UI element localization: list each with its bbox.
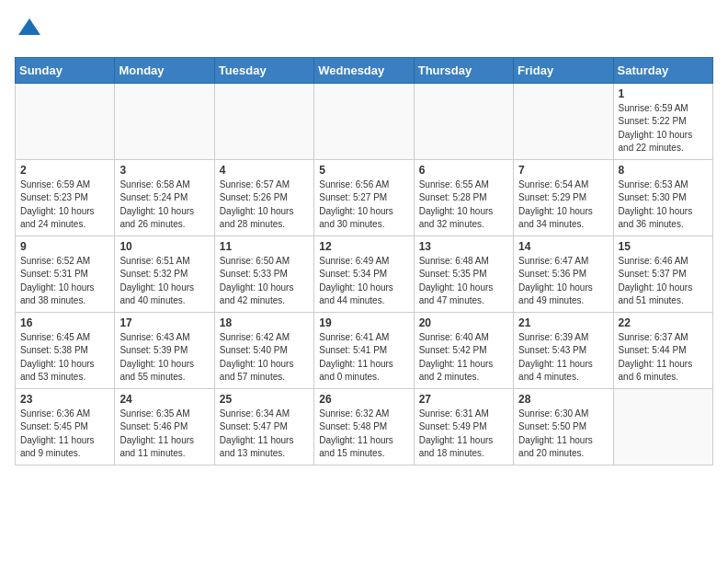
day-info: Sunrise: 6:36 AM Sunset: 5:45 PM Dayligh… xyxy=(20,408,109,461)
logo-triangle-icon xyxy=(17,15,42,40)
svg-marker-0 xyxy=(18,18,40,35)
col-header-saturday: Saturday xyxy=(613,57,712,83)
day-info: Sunrise: 6:48 AM Sunset: 5:35 PM Dayligh… xyxy=(419,255,508,308)
day-number: 3 xyxy=(119,164,209,177)
calendar-cell: 24Sunrise: 6:35 AM Sunset: 5:46 PM Dayli… xyxy=(115,388,214,465)
day-number: 9 xyxy=(20,240,109,253)
day-info: Sunrise: 6:49 AM Sunset: 5:34 PM Dayligh… xyxy=(319,255,408,308)
day-info: Sunrise: 6:41 AM Sunset: 5:41 PM Dayligh… xyxy=(319,331,408,385)
calendar-cell: 4Sunrise: 6:57 AM Sunset: 5:26 PM Daylig… xyxy=(214,159,313,236)
day-number: 25 xyxy=(220,393,309,406)
day-info: Sunrise: 6:30 AM Sunset: 5:50 PM Dayligh… xyxy=(518,408,608,461)
day-info: Sunrise: 6:35 AM Sunset: 5:46 PM Dayligh… xyxy=(119,408,209,461)
calendar-table: SundayMondayTuesdayWednesdayThursdayFrid… xyxy=(15,57,713,465)
day-info: Sunrise: 6:40 AM Sunset: 5:42 PM Dayligh… xyxy=(419,331,508,385)
calendar-cell: 7Sunrise: 6:54 AM Sunset: 5:29 PM Daylig… xyxy=(514,159,613,236)
calendar-week-row: 23Sunrise: 6:36 AM Sunset: 5:45 PM Dayli… xyxy=(16,388,713,465)
calendar-header-row: SundayMondayTuesdayWednesdayThursdayFrid… xyxy=(16,57,713,83)
day-number: 10 xyxy=(119,240,209,253)
day-number: 7 xyxy=(518,164,608,177)
day-number: 21 xyxy=(518,316,608,329)
day-info: Sunrise: 6:53 AM Sunset: 5:30 PM Dayligh… xyxy=(619,178,708,232)
day-number: 4 xyxy=(220,164,309,177)
col-header-friday: Friday xyxy=(514,57,613,83)
calendar-week-row: 16Sunrise: 6:45 AM Sunset: 5:38 PM Dayli… xyxy=(16,312,713,388)
calendar-week-row: 9Sunrise: 6:52 AM Sunset: 5:31 PM Daylig… xyxy=(16,236,713,312)
day-info: Sunrise: 6:34 AM Sunset: 5:47 PM Dayligh… xyxy=(220,408,309,461)
calendar-cell xyxy=(613,388,712,465)
day-number: 26 xyxy=(319,393,408,406)
day-info: Sunrise: 6:59 AM Sunset: 5:23 PM Dayligh… xyxy=(20,178,109,232)
day-number: 11 xyxy=(220,240,309,253)
day-info: Sunrise: 6:32 AM Sunset: 5:48 PM Dayligh… xyxy=(319,408,408,461)
calendar-cell: 19Sunrise: 6:41 AM Sunset: 5:41 PM Dayli… xyxy=(314,312,414,388)
calendar-cell: 8Sunrise: 6:53 AM Sunset: 5:30 PM Daylig… xyxy=(613,159,712,236)
calendar-cell: 20Sunrise: 6:40 AM Sunset: 5:42 PM Dayli… xyxy=(414,312,513,388)
calendar-cell: 11Sunrise: 6:50 AM Sunset: 5:33 PM Dayli… xyxy=(214,236,313,312)
calendar-cell xyxy=(414,83,513,159)
day-info: Sunrise: 6:50 AM Sunset: 5:33 PM Dayligh… xyxy=(220,255,309,308)
day-number: 8 xyxy=(619,164,708,177)
col-header-thursday: Thursday xyxy=(414,57,513,83)
day-number: 13 xyxy=(419,240,508,253)
calendar-cell: 15Sunrise: 6:46 AM Sunset: 5:37 PM Dayli… xyxy=(613,236,712,312)
day-number: 12 xyxy=(319,240,408,253)
calendar-cell: 12Sunrise: 6:49 AM Sunset: 5:34 PM Dayli… xyxy=(314,236,414,312)
day-info: Sunrise: 6:51 AM Sunset: 5:32 PM Dayligh… xyxy=(119,255,209,308)
day-number: 6 xyxy=(419,164,508,177)
col-header-monday: Monday xyxy=(115,57,214,83)
day-info: Sunrise: 6:59 AM Sunset: 5:22 PM Dayligh… xyxy=(619,102,708,155)
calendar-cell xyxy=(214,83,313,159)
day-number: 16 xyxy=(20,316,109,329)
day-number: 2 xyxy=(20,164,109,177)
day-number: 20 xyxy=(419,316,508,329)
day-number: 22 xyxy=(619,316,708,329)
col-header-tuesday: Tuesday xyxy=(214,57,313,83)
day-number: 28 xyxy=(518,393,608,406)
day-number: 19 xyxy=(319,316,408,329)
day-info: Sunrise: 6:57 AM Sunset: 5:26 PM Dayligh… xyxy=(220,178,309,232)
day-info: Sunrise: 6:52 AM Sunset: 5:31 PM Dayligh… xyxy=(20,255,109,308)
day-info: Sunrise: 6:55 AM Sunset: 5:28 PM Dayligh… xyxy=(419,178,508,232)
day-info: Sunrise: 6:46 AM Sunset: 5:37 PM Dayligh… xyxy=(619,255,708,308)
day-number: 14 xyxy=(518,240,608,253)
day-number: 24 xyxy=(119,393,209,406)
col-header-wednesday: Wednesday xyxy=(314,57,414,83)
calendar-cell: 17Sunrise: 6:43 AM Sunset: 5:39 PM Dayli… xyxy=(115,312,214,388)
day-info: Sunrise: 6:42 AM Sunset: 5:40 PM Dayligh… xyxy=(220,331,309,385)
calendar-cell xyxy=(16,83,115,159)
calendar-week-row: 2Sunrise: 6:59 AM Sunset: 5:23 PM Daylig… xyxy=(16,159,713,236)
day-info: Sunrise: 6:56 AM Sunset: 5:27 PM Dayligh… xyxy=(319,178,408,232)
calendar-cell: 1Sunrise: 6:59 AM Sunset: 5:22 PM Daylig… xyxy=(613,83,712,159)
page-header xyxy=(15,15,713,46)
calendar-cell: 25Sunrise: 6:34 AM Sunset: 5:47 PM Dayli… xyxy=(214,388,313,465)
day-number: 15 xyxy=(619,240,708,253)
calendar-cell: 23Sunrise: 6:36 AM Sunset: 5:45 PM Dayli… xyxy=(16,388,115,465)
col-header-sunday: Sunday xyxy=(16,57,115,83)
calendar-cell: 18Sunrise: 6:42 AM Sunset: 5:40 PM Dayli… xyxy=(214,312,313,388)
calendar-cell: 13Sunrise: 6:48 AM Sunset: 5:35 PM Dayli… xyxy=(414,236,513,312)
calendar-week-row: 1Sunrise: 6:59 AM Sunset: 5:22 PM Daylig… xyxy=(16,83,713,159)
calendar-cell: 5Sunrise: 6:56 AM Sunset: 5:27 PM Daylig… xyxy=(314,159,414,236)
day-number: 1 xyxy=(619,87,708,100)
calendar-cell: 21Sunrise: 6:39 AM Sunset: 5:43 PM Dayli… xyxy=(514,312,613,388)
day-info: Sunrise: 6:58 AM Sunset: 5:24 PM Dayligh… xyxy=(119,178,209,232)
calendar-cell: 28Sunrise: 6:30 AM Sunset: 5:50 PM Dayli… xyxy=(514,388,613,465)
calendar-cell: 16Sunrise: 6:45 AM Sunset: 5:38 PM Dayli… xyxy=(16,312,115,388)
day-info: Sunrise: 6:31 AM Sunset: 5:49 PM Dayligh… xyxy=(419,408,508,461)
day-info: Sunrise: 6:39 AM Sunset: 5:43 PM Dayligh… xyxy=(518,331,608,385)
calendar-cell xyxy=(115,83,214,159)
calendar-cell: 3Sunrise: 6:58 AM Sunset: 5:24 PM Daylig… xyxy=(115,159,214,236)
calendar-cell xyxy=(314,83,414,159)
calendar-cell xyxy=(514,83,613,159)
day-info: Sunrise: 6:43 AM Sunset: 5:39 PM Dayligh… xyxy=(119,331,209,385)
day-number: 18 xyxy=(220,316,309,329)
day-info: Sunrise: 6:45 AM Sunset: 5:38 PM Dayligh… xyxy=(20,331,109,385)
day-number: 27 xyxy=(419,393,508,406)
day-info: Sunrise: 6:54 AM Sunset: 5:29 PM Dayligh… xyxy=(518,178,608,232)
logo xyxy=(15,15,42,46)
calendar-cell: 9Sunrise: 6:52 AM Sunset: 5:31 PM Daylig… xyxy=(16,236,115,312)
calendar-cell: 2Sunrise: 6:59 AM Sunset: 5:23 PM Daylig… xyxy=(16,159,115,236)
day-number: 23 xyxy=(20,393,109,406)
calendar-cell: 14Sunrise: 6:47 AM Sunset: 5:36 PM Dayli… xyxy=(514,236,613,312)
